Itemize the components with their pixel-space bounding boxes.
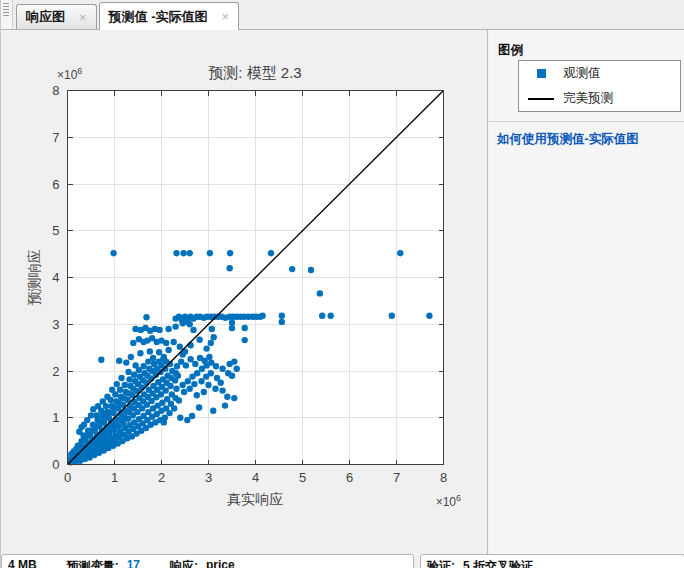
close-icon[interactable]: × (222, 10, 230, 23)
data-point (196, 404, 202, 410)
data-point (150, 355, 156, 361)
data-point (397, 250, 403, 256)
data-point (109, 387, 115, 393)
document-tab-bar: 响应图 × 预测值 -实际值图 × (1, 0, 684, 30)
tab-response-plot[interactable]: 响应图 × (16, 4, 97, 29)
data-point (132, 362, 138, 368)
data-point (143, 314, 149, 320)
data-point (84, 417, 90, 423)
data-point (131, 372, 137, 378)
y-tick-label: 1 (52, 410, 59, 425)
help-link[interactable]: 如何使用预测值-实际值图 (497, 131, 639, 148)
data-point (308, 267, 314, 273)
data-point (191, 381, 197, 387)
panel-divider (489, 121, 684, 122)
data-point (289, 266, 295, 272)
data-point (183, 362, 189, 368)
data-point (208, 340, 214, 346)
data-point (166, 410, 172, 416)
data-point (177, 344, 183, 350)
y-tick-label: 0 (52, 457, 59, 472)
response-label: 响应: (170, 558, 198, 568)
data-point (219, 387, 225, 393)
data-point (389, 313, 395, 319)
data-point (198, 378, 204, 384)
data-point (184, 417, 190, 423)
data-point (130, 340, 136, 346)
figure-canvas[interactable]: 预测: 模型 2.3 ×106 预测响应 012345678012345678 … (1, 30, 488, 554)
data-point (222, 402, 228, 408)
predictors-label: 预测变量: (67, 558, 119, 568)
data-point (187, 321, 193, 327)
data-point (165, 326, 171, 332)
predictors-value: 17 (127, 558, 140, 568)
data-point (227, 250, 233, 256)
data-point (189, 413, 195, 419)
data-point (100, 398, 106, 404)
data-point (208, 370, 214, 376)
x-tick-label: 0 (64, 470, 71, 485)
y-tick-label: 8 (52, 83, 59, 98)
data-point (242, 337, 248, 343)
validation-value: 5 折交叉验证 (463, 558, 533, 568)
status-bar: 4 MB 预测变量: 17 响应: price 验证: 5 折交叉验证 (1, 554, 684, 568)
close-icon[interactable]: × (79, 11, 87, 24)
data-point (206, 354, 212, 360)
tab-predicted-vs-actual[interactable]: 预测值 -实际值图 × (99, 2, 240, 30)
data-point (203, 345, 209, 351)
x-tick-label: 6 (346, 470, 353, 485)
data-point (104, 394, 110, 400)
data-point (167, 383, 173, 389)
tab-label: 响应图 (26, 8, 65, 26)
data-point (229, 319, 235, 325)
y-tick-label: 2 (52, 364, 59, 379)
x-tick-label: 3 (205, 470, 212, 485)
data-point (187, 342, 193, 348)
x-tick-label: 5 (299, 470, 306, 485)
x-tick-label: 4 (252, 470, 259, 485)
tab-label: 预测值 -实际值图 (109, 8, 208, 26)
data-point (177, 415, 183, 421)
data-point (328, 313, 334, 319)
data-point (106, 415, 112, 421)
data-point (123, 359, 129, 365)
data-point (117, 387, 123, 393)
data-point (211, 334, 217, 340)
data-point (187, 386, 193, 392)
document-bar-grip[interactable] (1, 0, 13, 29)
grip-icon (3, 3, 9, 17)
data-point (125, 369, 131, 375)
data-point (279, 319, 285, 325)
x-tick-label: 1 (111, 470, 118, 485)
legend-side-panel: 图例 观测值 完美预测 如何使用预测值-实际值图 (489, 30, 684, 554)
data-point (426, 313, 432, 319)
data-point (163, 340, 169, 346)
data-point (209, 326, 215, 332)
data-point (231, 358, 237, 364)
data-point (190, 327, 196, 333)
data-point (140, 363, 146, 369)
legend-heading: 图例 (498, 42, 684, 59)
data-point (185, 378, 191, 384)
data-point (229, 325, 235, 331)
data-point (196, 337, 202, 343)
data-point (268, 250, 274, 256)
data-point (128, 354, 134, 360)
data-point (93, 412, 99, 418)
data-point (205, 382, 211, 388)
data-point (171, 405, 177, 411)
x-tick-label: 7 (393, 470, 400, 485)
legend-item-observations: 观测值 (519, 61, 680, 86)
data-point (163, 387, 169, 393)
data-size: 4 MB (8, 558, 37, 568)
data-point (122, 382, 128, 388)
data-point (317, 290, 323, 296)
data-point (161, 419, 167, 425)
data-point (172, 323, 178, 329)
plot-svg[interactable]: 012345678012345678 (1, 30, 487, 554)
data-point (242, 325, 248, 331)
validation-label: 验证: (427, 558, 455, 568)
data-point (137, 350, 143, 356)
data-point (78, 424, 84, 430)
data-point (194, 392, 200, 398)
